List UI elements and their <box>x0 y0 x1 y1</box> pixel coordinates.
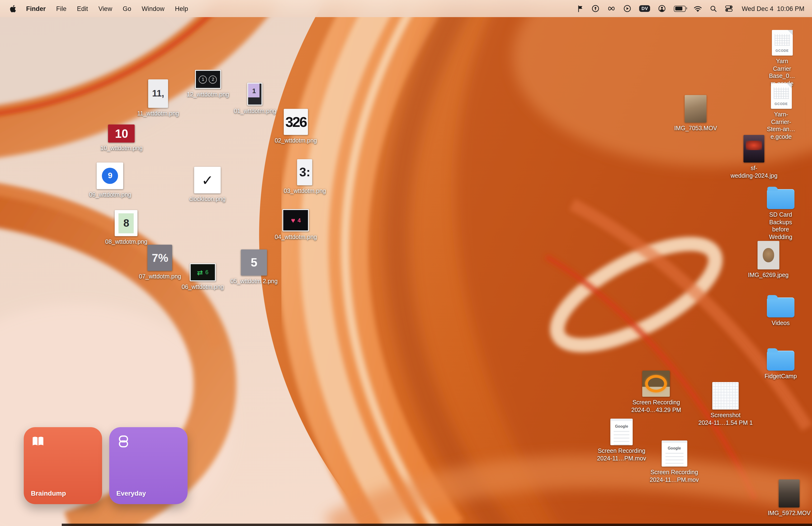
heart-icon: ♥ <box>291 217 295 224</box>
thumb-text: 3: <box>300 165 310 180</box>
photo-detail <box>645 375 667 393</box>
thumb-text: Google <box>668 446 681 451</box>
video-thumbnail: Google <box>662 440 687 467</box>
thumb-text: 5 <box>251 256 257 269</box>
file-02-wttdotm-png[interactable]: 326 02_wttdotm.png <box>275 109 317 145</box>
file-09-wttdotm-png[interactable]: 9 09_wttdotm.png <box>89 162 131 199</box>
file-label: 11_wttdotm.png <box>137 110 179 118</box>
user-circle-icon[interactable] <box>658 5 666 12</box>
menu-edit[interactable]: Edit <box>72 5 93 12</box>
thumb-text: 9 <box>102 168 118 184</box>
menu-window[interactable]: Window <box>136 5 170 12</box>
png-thumbnail: 326 <box>284 109 308 135</box>
folder-icon <box>767 351 795 371</box>
thumb-text: 10 <box>115 127 128 140</box>
thumb-text: 11, <box>152 88 164 99</box>
file-12-wttdotm-png[interactable]: 1 2 12_wttdotm.png <box>187 70 229 99</box>
file-label: IMG_6269.jpeg <box>748 272 789 279</box>
file-clockicon-png[interactable]: ✓ clockIcon.png <box>189 167 226 203</box>
stacked-squares-icon <box>116 434 180 449</box>
thumb-text: 7% <box>152 251 168 265</box>
file-05-wttdotm-2-png[interactable]: 5 05_wttdotm 2.png <box>231 250 278 285</box>
widget-label: Everyday <box>116 489 180 497</box>
menu-help[interactable]: Help <box>170 5 193 12</box>
png-thumbnail: 7% <box>148 245 172 271</box>
folder-videos[interactable]: Videos <box>767 295 795 327</box>
video-thumbnail: Google <box>610 418 633 445</box>
folder-icon <box>767 297 795 317</box>
file-03-wttdotm-png[interactable]: 3: 03_wttdotm.png <box>284 159 326 195</box>
file-label: 02_wttdotm.png <box>275 137 317 145</box>
file-label: sf- wedding-2024.jpg <box>730 165 777 180</box>
file-01-wttdotm-png[interactable]: 1 01_wttdotm.png <box>234 83 276 115</box>
gcode-badge: GCODE <box>772 49 793 52</box>
video-thumbnail <box>779 480 800 508</box>
file-screen-recording-pm-mov-1[interactable]: Google Screen Recording 2024-11…PM.mov <box>597 418 646 463</box>
file-img-5972-mov[interactable]: IMG_5972.MOV <box>768 480 811 517</box>
menu-view[interactable]: View <box>93 5 117 12</box>
thumb-text: 326 <box>285 114 306 130</box>
file-img-6269-jpeg[interactable]: IMG_6269.jpeg <box>748 241 789 279</box>
keyhole-icon[interactable] <box>592 5 599 12</box>
file-04-wttdotm-png[interactable]: ♥ 4 04_wttdotm.png <box>275 209 317 241</box>
file-label: 12_wttdotm.png <box>187 91 229 99</box>
thumb-text: 4 <box>298 217 301 224</box>
folder-fidgetcamp[interactable]: FidgetCamp <box>765 348 797 380</box>
video-thumbnail <box>685 95 707 123</box>
gcode-document-icon: GCODE <box>771 83 792 109</box>
file-screenshot-154-pm[interactable]: Screenshot 2024-11…1.54 PM 1 <box>698 382 753 427</box>
file-label: Screen Recording 2024-11…PM.mov <box>597 447 646 463</box>
gcode-document-icon: GCODE <box>772 30 793 56</box>
photo-detail <box>746 141 762 150</box>
file-sf-wedding-2024-jpg[interactable]: sf- wedding-2024.jpg <box>730 135 777 180</box>
app-menu-finder[interactable]: Finder <box>21 5 51 12</box>
widget-everyday[interactable]: Everyday <box>109 427 188 504</box>
thumb-text: 6 <box>205 269 208 275</box>
file-label: clockIcon.png <box>189 196 226 203</box>
png-thumbnail: 3: <box>297 159 313 185</box>
battery-level <box>675 6 682 11</box>
file-yarn-carrier-stem-gcode[interactable]: GCODE Yarn-Carrier- Stem-an…e.gcode <box>766 83 797 141</box>
text-lines <box>614 431 629 445</box>
png-thumbnail: 1 2 <box>195 70 221 89</box>
file-label: 01_wttdotm.png <box>234 108 276 115</box>
thumb-digit: 1 <box>199 75 207 83</box>
battery-icon[interactable] <box>674 5 686 12</box>
file-screen-recording-pm-mov-2[interactable]: Google Screen Recording 2024-11…PM.mov <box>650 440 699 484</box>
video-thumbnail <box>642 371 670 397</box>
play-circle-icon[interactable] <box>624 5 631 12</box>
wifi-icon[interactable] <box>694 5 702 12</box>
file-07-wttdotm-png[interactable]: 7% 07_wttdotm.png <box>139 245 181 281</box>
widget-braindump[interactable]: Braindump <box>24 427 102 504</box>
flag-icon[interactable] <box>578 5 584 12</box>
thumb-text: 1 <box>248 84 260 97</box>
spotlight-search-icon[interactable] <box>710 5 717 12</box>
file-label: 03_wttdotm.png <box>284 188 326 195</box>
file-img-7053-mov[interactable]: IMG_7053.MOV <box>674 95 717 132</box>
file-label: 09_wttdotm.png <box>89 191 131 199</box>
doc-grid-pattern <box>773 87 789 99</box>
image-thumbnail <box>744 135 765 162</box>
dv-badge[interactable]: DV <box>639 5 650 12</box>
image-thumbnail <box>712 382 739 410</box>
menubar-clock[interactable]: Wed Dec 4 10:06 PM <box>741 5 804 12</box>
file-label: 04_wttdotm.png <box>275 234 317 241</box>
file-label: IMG_5972.MOV <box>768 510 811 517</box>
checkmark-icon: ✓ <box>194 167 221 194</box>
desktop: Finder File Edit View Go Window Help DV <box>0 0 812 526</box>
apple-menu[interactable] <box>8 4 21 13</box>
folder-sd-card-backups[interactable]: SD Card Backups before Wedding <box>765 186 796 241</box>
file-screen-recording-4329[interactable]: Screen Recording 2024-0…43.29 PM <box>631 371 681 414</box>
menu-file[interactable]: File <box>51 5 72 12</box>
control-center-icon[interactable] <box>725 5 733 12</box>
file-11-wttdotm-png[interactable]: 11, 11_wttdotm.png <box>137 79 179 118</box>
png-thumbnail: 5 <box>241 250 267 275</box>
file-06-wttdotm-png[interactable]: ⇄ 6 06_wttdotm.png <box>182 263 224 291</box>
loop-icon[interactable] <box>608 6 615 11</box>
file-10-wttdotm-png[interactable]: 10 10_wttdotm.png <box>100 125 143 152</box>
file-yarn-carrier-base-gcode[interactable]: GCODE Yarn Carrier Base_0…m.gcode <box>767 30 797 88</box>
menu-go[interactable]: Go <box>117 5 136 12</box>
file-label: FidgetCamp <box>765 373 797 380</box>
thumb-text: Google <box>615 424 628 429</box>
file-08-wttdotm-png[interactable]: 8 08_wttdotm.png <box>105 210 147 246</box>
